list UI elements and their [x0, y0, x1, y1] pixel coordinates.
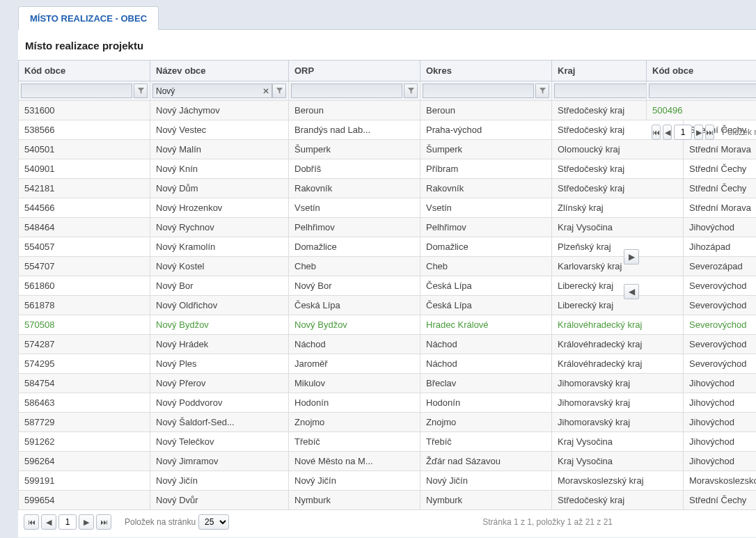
table-row[interactable]: 561860Nový BorNový BorČeská LípaLibereck… [19, 276, 757, 296]
table-row[interactable]: 548464Nový RychnovPelhřimovPelhřimovKraj… [19, 218, 757, 237]
table-row[interactable]: 544566Nový HrozenkovVsetínVsetínZlínský … [19, 198, 757, 218]
cell-kraj: Karlovarský kraj [552, 257, 684, 276]
cell-nazev: Nový Ples [150, 354, 289, 374]
cell-kod: 548464 [19, 218, 150, 237]
cell-kod: 542181 [19, 179, 150, 198]
cell-nazev: Nový Bor [150, 276, 289, 296]
page-number-input[interactable] [674, 125, 692, 140]
cell-okres: Příbram [420, 159, 552, 179]
cell-nazev: Nový Dům [150, 179, 289, 198]
cell-region: Střední Čechy [684, 159, 757, 179]
cell-okres: Pelhřimov [420, 218, 552, 237]
table-row[interactable]: 574287Nový HrádekNáchodNáchodKrálovéhrad… [19, 335, 757, 354]
cell-okres: Břeclav [420, 374, 552, 393]
left-filter-input-col3[interactable] [423, 84, 534, 98]
cell-nazev: Nový Oldřichov [150, 296, 289, 315]
cell-orp: Brandýs nad Lab... [289, 120, 420, 140]
right-filter-input-col0[interactable] [649, 84, 756, 98]
filter-icon[interactable] [272, 84, 286, 98]
table-row[interactable]: 500496Olomouc [647, 101, 757, 120]
per-page-select[interactable]: 25 [198, 514, 229, 530]
cell-nazev: Nový Telečkov [150, 432, 289, 452]
move-left-button[interactable]: ◀ [624, 284, 639, 299]
cell-okres: Rakovník [420, 179, 552, 198]
tab-misto-realizace-obec[interactable]: MÍSTO REALIZACE - OBEC [18, 6, 159, 30]
column-header[interactable]: Kód obce [647, 61, 757, 81]
table-row[interactable]: 591262Nový TelečkovTřebíčTřebíčKraj Vyso… [19, 432, 757, 452]
cell-kod: 574295 [19, 354, 150, 374]
cell-nazev: Nový Rychnov [150, 218, 289, 237]
cell-orp: Nymburk [289, 491, 420, 510]
cell-nazev: Nový Jičín [150, 471, 289, 491]
first-page-button[interactable]: ⏮ [652, 125, 661, 140]
filter-icon[interactable] [535, 84, 549, 98]
cell-orp: Dobříš [289, 159, 420, 179]
table-row[interactable]: 596264Nový JimramovNové Město na M...Žďá… [19, 452, 757, 471]
table-row[interactable]: 587729Nový Šaldorf-Sed...ZnojmoZnojmoJih… [19, 413, 757, 432]
cell-region: Severovýchod [684, 276, 757, 296]
column-header[interactable]: Kód obce [19, 61, 150, 81]
cell-kod: 500496 [647, 101, 757, 120]
cell-nazev: Nový Kramolín [150, 237, 289, 257]
cell-nazev: Nový Poddvorov [150, 393, 289, 413]
cell-kod: 574287 [19, 335, 150, 354]
table-row[interactable]: 554057Nový KramolínDomažliceDomažlicePlz… [19, 237, 757, 257]
clear-filter-icon[interactable]: ✕ [261, 86, 271, 96]
cell-okres: Hodonín [420, 393, 552, 413]
cell-orp: Náchod [289, 335, 420, 354]
next-page-button[interactable]: ▶ [79, 514, 94, 530]
cell-kraj: Královéhradecký kraj [552, 315, 684, 335]
table-row[interactable]: 584754Nový PřerovMikulovBřeclavJihomorav… [19, 374, 757, 393]
table-row[interactable]: 561878Nový OldřichovČeská LípaČeská Lípa… [19, 296, 757, 315]
cell-kraj: Královéhradecký kraj [552, 335, 684, 354]
cell-region: Jihozápad [684, 237, 757, 257]
table-row[interactable]: 599191Nový JičínNový JičínNový JičínMora… [19, 471, 757, 491]
cell-orp: Nové Město na M... [289, 452, 420, 471]
first-page-button[interactable]: ⏮ [24, 514, 39, 530]
move-right-button[interactable]: ▶ [624, 249, 639, 264]
prev-page-button[interactable]: ◀ [41, 514, 56, 530]
next-page-button[interactable]: ▶ [694, 125, 703, 140]
cell-orp: Mikulov [289, 374, 420, 393]
cell-nazev: Nový Knín [150, 159, 289, 179]
horizontal-scrollbar[interactable] [25, 535, 611, 537]
cell-kod: 599191 [19, 471, 150, 491]
table-row[interactable]: 599654Nový DvůrNymburkNymburkStředočeský… [19, 491, 757, 510]
table-row[interactable]: 554707Nový KostelChebChebKarlovarský kra… [19, 257, 757, 276]
left-filter-input-col2[interactable] [291, 84, 402, 98]
cell-kod: 584754 [19, 374, 150, 393]
column-header[interactable]: Název obce [150, 61, 289, 81]
cell-region: Střední Čechy [684, 179, 757, 198]
cell-orp: Nový Jičín [289, 471, 420, 491]
column-header[interactable]: ORP [289, 61, 420, 81]
table-row[interactable]: 540901Nový KnínDobříšPříbramStředočeský … [19, 159, 757, 179]
cell-okres: Nymburk [420, 491, 552, 510]
table-row[interactable]: 574295Nový PlesJaroměřNáchodKrálovéhrade… [19, 354, 757, 374]
source-grid: Kód obceNázev obceORPOkresKrajRegionStát… [18, 60, 756, 510]
cell-kod: 554707 [19, 257, 150, 276]
cell-region: Moravskoslezsko [684, 471, 757, 491]
cell-orp: Pelhřimov [289, 218, 420, 237]
column-header[interactable]: Okres [420, 61, 552, 81]
table-row[interactable]: 586463Nový PoddvorovHodonínHodonínJihomo… [19, 393, 757, 413]
page-number-input[interactable] [58, 514, 77, 530]
filter-icon[interactable] [134, 84, 148, 98]
cell-region: Jihovýchod [684, 218, 757, 237]
cell-region: Střední Čechy [684, 491, 757, 510]
left-filter-input-col1[interactable] [152, 84, 272, 98]
cell-orp: Jaroměř [289, 354, 420, 374]
last-page-button[interactable]: ⏭ [96, 514, 111, 530]
cell-orp: Hodonín [289, 393, 420, 413]
cell-kraj: Zlínský kraj [552, 198, 684, 218]
prev-page-button[interactable]: ◀ [663, 125, 672, 140]
cell-orp: Znojmo [289, 413, 420, 432]
filter-icon[interactable] [404, 84, 418, 98]
cell-okres: Náchod [420, 354, 552, 374]
table-row[interactable]: 570508Nový BydžovNový BydžovHradec Králo… [19, 315, 757, 335]
cell-orp: Šumperk [289, 140, 420, 159]
left-filter-input-col0[interactable] [21, 84, 132, 98]
cell-okres: Česká Lípa [420, 296, 552, 315]
last-page-button[interactable]: ⏭ [705, 125, 714, 140]
right-pager: ⏮ ◀ ▶ ⏭ Položek n [646, 120, 756, 144]
table-row[interactable]: 542181Nový DůmRakovníkRakovníkStředočesk… [19, 179, 757, 198]
